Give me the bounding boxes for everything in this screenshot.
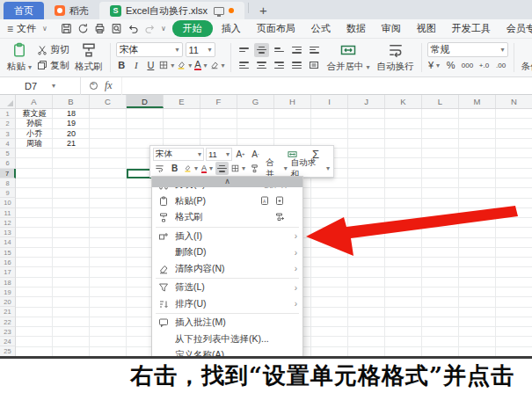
row-header-5[interactable]: 5 <box>0 149 16 158</box>
context-menu-item-筛选L[interactable]: 筛选(L)› <box>152 280 302 296</box>
wrap-text-button[interactable]: 自动换行 <box>374 41 418 74</box>
ribbon-tab-插入[interactable]: 插入 <box>215 20 248 37</box>
cut-button[interactable]: 剪切 <box>37 42 69 58</box>
align-bottom-button[interactable] <box>272 43 287 57</box>
row-header-4[interactable]: 4 <box>0 139 16 149</box>
row-header-23[interactable]: 23 <box>0 327 16 337</box>
tab-store[interactable]: 稻壳 <box>44 2 99 19</box>
zoom-formula-icon[interactable] <box>90 82 98 90</box>
bold-button[interactable]: B <box>116 58 128 72</box>
underline-button[interactable]: U <box>145 58 157 72</box>
ribbon-tab-公式[interactable]: 公式 <box>304 20 338 37</box>
justify-button[interactable] <box>289 58 304 72</box>
menu-scroll-up[interactable]: ∧ <box>152 177 302 187</box>
paste-special-icon[interactable] <box>274 195 285 207</box>
copy-button[interactable]: 复制 <box>37 58 69 74</box>
ribbon-tab-开始[interactable]: 开始 <box>172 20 213 37</box>
fill-color-button[interactable]: ▾ <box>177 58 192 72</box>
paste-button[interactable]: 粘贴▾ <box>4 41 35 74</box>
screen-share-icon[interactable] <box>214 7 224 15</box>
currency-button[interactable]: ¥▾ <box>427 58 441 72</box>
row-header-7[interactable]: 7 <box>0 169 16 178</box>
row-header-10[interactable]: 10 <box>0 198 16 207</box>
mini-autosum-button[interactable]: 自动求和▾ <box>290 162 331 175</box>
row-header-22[interactable]: 22 <box>0 317 16 327</box>
decrease-decimal-button[interactable]: .00 <box>494 58 508 72</box>
row-header-15[interactable]: 15 <box>0 248 16 258</box>
row-header-21[interactable]: 21 <box>0 307 16 317</box>
conditional-format-button[interactable]: 条件格式▾ <box>518 41 532 74</box>
mini-align-middle-button[interactable] <box>215 162 229 175</box>
column-header-D[interactable]: D <box>127 95 164 108</box>
column-header-F[interactable]: F <box>200 95 237 108</box>
tab-home[interactable]: 首页 <box>4 2 44 19</box>
column-header-A[interactable]: A <box>16 95 53 108</box>
row-header-16[interactable]: 16 <box>0 258 16 267</box>
row-header-14[interactable]: 14 <box>0 237 16 247</box>
grow-font-button[interactable]: A+ <box>234 148 247 161</box>
column-header-L[interactable]: L <box>422 95 459 108</box>
shrink-font-button[interactable]: A- <box>249 148 262 161</box>
file-menu-button[interactable]: ≡ 文件 ∨ <box>0 22 55 35</box>
column-header-N[interactable]: N <box>496 95 532 108</box>
print-preview-button[interactable] <box>111 22 122 36</box>
column-header-C[interactable]: C <box>90 95 127 108</box>
column-header-G[interactable]: G <box>237 95 274 108</box>
font-color-button[interactable]: A▾ <box>194 58 207 72</box>
align-middle-button[interactable] <box>254 43 269 57</box>
column-header-I[interactable]: I <box>311 95 348 108</box>
context-menu-item-排序U[interactable]: 排序(U)› <box>152 296 302 313</box>
row-header-2[interactable]: 2 <box>0 119 16 128</box>
row-header-19[interactable]: 19 <box>0 287 16 297</box>
column-header-B[interactable]: B <box>53 95 90 108</box>
redo-button[interactable] <box>144 22 156 36</box>
new-tab-button[interactable]: + <box>252 2 274 19</box>
increase-indent-button[interactable] <box>307 43 322 57</box>
paste-values-icon[interactable]: A <box>259 195 270 207</box>
export-button[interactable] <box>77 22 89 36</box>
cell-B3[interactable]: 20 <box>53 129 90 139</box>
mini-fill-color-button[interactable]: ▾ <box>183 162 199 175</box>
cell-B4[interactable]: 21 <box>53 139 90 149</box>
column-header-M[interactable]: M <box>459 95 496 108</box>
align-left-button[interactable] <box>237 58 251 72</box>
mini-merge-button[interactable]: 合并▾ <box>265 162 288 175</box>
row-header-6[interactable]: 6 <box>0 158 16 168</box>
save-button[interactable] <box>61 22 72 36</box>
row-header-11[interactable]: 11 <box>0 208 16 218</box>
mini-wrap-text-button[interactable] <box>153 162 166 175</box>
increase-decimal-button[interactable]: +.0 <box>477 58 492 72</box>
align-right-button[interactable] <box>272 58 287 72</box>
context-menu-item-格式刷[interactable]: 格式刷 <box>152 209 302 226</box>
row-header-25[interactable]: 25 <box>0 346 16 356</box>
mini-font-size-select[interactable]: 11▾ <box>206 148 232 161</box>
column-header-H[interactable]: H <box>274 95 311 108</box>
tab-document[interactable]: S Excel自动换行.xlsx <box>99 2 244 19</box>
percent-button[interactable]: % <box>444 58 458 72</box>
mini-format-painter-button[interactable] <box>248 162 261 175</box>
context-menu-item-插入I[interactable]: 插入(I)› <box>152 229 302 245</box>
format-painter-button[interactable]: 格式刷 <box>71 41 106 74</box>
undo-button[interactable] <box>128 22 139 36</box>
mini-font-name-select[interactable]: 宋体▾ <box>153 148 204 161</box>
name-box[interactable]: D7 ▾ <box>0 77 81 95</box>
context-menu-item-插入批注M[interactable]: 插入批注(M) <box>152 315 302 331</box>
distributed-button[interactable] <box>307 58 322 72</box>
ribbon-tab-视图[interactable]: 视图 <box>410 20 443 37</box>
ribbon-tab-页面布局[interactable]: 页面布局 <box>250 20 302 37</box>
row-header-9[interactable]: 9 <box>0 188 16 198</box>
cell-B1[interactable]: 18 <box>53 109 90 119</box>
comma-style-button[interactable]: 000 <box>461 58 475 72</box>
decrease-indent-button[interactable] <box>289 43 304 57</box>
italic-button[interactable]: I <box>130 58 142 72</box>
row-header-18[interactable]: 18 <box>0 278 16 287</box>
ribbon-tab-开发工具[interactable]: 开发工具 <box>445 20 498 37</box>
ribbon-tab-会员专享[interactable]: 会员专享 <box>499 20 532 37</box>
align-top-button[interactable] <box>237 43 251 57</box>
row-header-13[interactable]: 13 <box>0 228 16 237</box>
clear-format-button[interactable]: ▾ <box>210 58 225 72</box>
merge-center-button[interactable]: 合并居中▾ <box>324 41 374 74</box>
row-header-12[interactable]: 12 <box>0 218 16 228</box>
column-header-E[interactable]: E <box>164 95 200 108</box>
cell-A3[interactable]: 小乔 <box>16 129 53 139</box>
